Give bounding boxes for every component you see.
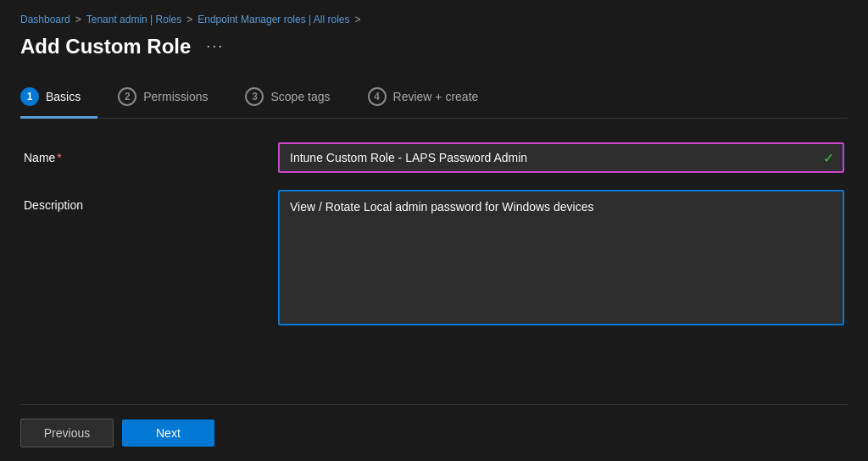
description-row: Description (24, 190, 844, 325)
name-input-wrapper: ✓ (278, 142, 844, 173)
description-textarea[interactable] (278, 190, 844, 325)
breadcrumb: Dashboard > Tenant admin | Roles > Endpo… (20, 14, 848, 25)
step-scope-tags[interactable]: 3 Scope tags (245, 79, 347, 118)
breadcrumb-separator-1: > (75, 14, 81, 25)
description-label: Description (24, 190, 278, 212)
breadcrumb-tenant-admin[interactable]: Tenant admin | Roles (86, 14, 182, 25)
step-permissions[interactable]: 2 Permissions (118, 79, 225, 118)
breadcrumb-separator-2: > (186, 14, 192, 25)
breadcrumb-endpoint-manager[interactable]: Endpoint Manager roles | All roles (198, 14, 349, 25)
breadcrumb-dashboard[interactable]: Dashboard (20, 14, 70, 25)
next-button[interactable]: Next (122, 419, 214, 447)
step-basics[interactable]: 1 Basics (20, 79, 97, 118)
validation-check-icon: ✓ (823, 150, 834, 166)
step-basics-label: Basics (46, 90, 81, 103)
step-review-circle: 4 (368, 87, 387, 106)
more-options-button[interactable]: ··· (201, 34, 229, 58)
name-label: Name* (24, 142, 278, 164)
previous-button[interactable]: Previous (20, 419, 114, 447)
footer: Previous Next (20, 404, 848, 461)
step-basics-circle: 1 (20, 87, 39, 106)
name-row: Name* ✓ (24, 142, 844, 173)
breadcrumb-separator-3: > (354, 14, 360, 25)
step-scope-tags-label: Scope tags (270, 90, 330, 103)
form-area: Name* ✓ Description (20, 142, 848, 404)
step-scope-tags-circle: 3 (245, 87, 264, 106)
required-indicator: * (57, 151, 61, 164)
step-permissions-circle: 2 (118, 87, 136, 106)
step-review-label: Review + create (393, 90, 479, 103)
page-title: Add Custom Role (20, 35, 191, 58)
steps-navigation: 1 Basics 2 Permissions 3 Scope tags 4 Re… (20, 79, 848, 119)
step-permissions-label: Permissions (143, 90, 208, 103)
name-input[interactable] (278, 142, 844, 173)
step-review-create[interactable]: 4 Review + create (368, 79, 496, 118)
